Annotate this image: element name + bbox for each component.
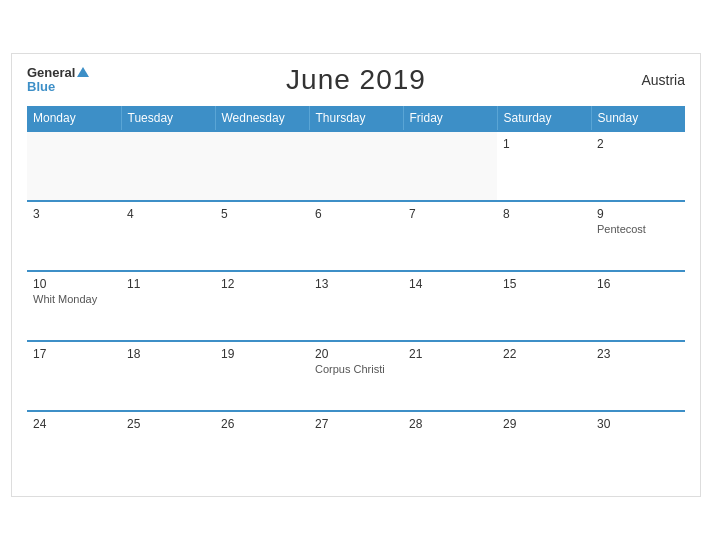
logo: General Blue (27, 66, 89, 95)
day-cell: 15 (497, 271, 591, 341)
day-cell: 29 (497, 411, 591, 481)
day-cell: 4 (121, 201, 215, 271)
day-cell: 27 (309, 411, 403, 481)
day-cell: 22 (497, 341, 591, 411)
calendar-title: June 2019 (286, 64, 426, 96)
day-cell (27, 131, 121, 201)
day-number: 26 (221, 417, 303, 431)
day-number: 25 (127, 417, 209, 431)
day-number: 9 (597, 207, 679, 221)
day-cell: 16 (591, 271, 685, 341)
header-saturday: Saturday (497, 106, 591, 131)
day-cell: 5 (215, 201, 309, 271)
weekday-header-row: Monday Tuesday Wednesday Thursday Friday… (27, 106, 685, 131)
day-cell: 14 (403, 271, 497, 341)
day-number: 23 (597, 347, 679, 361)
day-number: 8 (503, 207, 585, 221)
day-cell: 10Whit Monday (27, 271, 121, 341)
header-sunday: Sunday (591, 106, 685, 131)
day-number: 16 (597, 277, 679, 291)
day-number: 7 (409, 207, 491, 221)
header-monday: Monday (27, 106, 121, 131)
day-cell: 18 (121, 341, 215, 411)
calendar-container: General Blue June 2019 Austria Monday Tu… (11, 53, 701, 497)
week-row-5: 24252627282930 (27, 411, 685, 481)
day-number: 1 (503, 137, 585, 151)
header-friday: Friday (403, 106, 497, 131)
day-cell (121, 131, 215, 201)
calendar-header: General Blue June 2019 Austria (27, 64, 685, 96)
header-wednesday: Wednesday (215, 106, 309, 131)
day-cell: 12 (215, 271, 309, 341)
day-number: 28 (409, 417, 491, 431)
day-number: 22 (503, 347, 585, 361)
day-cell (215, 131, 309, 201)
day-cell: 25 (121, 411, 215, 481)
day-number: 19 (221, 347, 303, 361)
day-number: 14 (409, 277, 491, 291)
day-number: 5 (221, 207, 303, 221)
calendar-table: Monday Tuesday Wednesday Thursday Friday… (27, 106, 685, 481)
day-number: 21 (409, 347, 491, 361)
day-cell: 6 (309, 201, 403, 271)
day-cell: 23 (591, 341, 685, 411)
day-number: 6 (315, 207, 397, 221)
day-cell: 17 (27, 341, 121, 411)
day-number: 18 (127, 347, 209, 361)
holiday-name: Pentecost (597, 223, 679, 235)
day-number: 4 (127, 207, 209, 221)
day-cell: 28 (403, 411, 497, 481)
day-cell: 9Pentecost (591, 201, 685, 271)
logo-blue-text: Blue (27, 80, 89, 94)
week-row-2: 3456789Pentecost (27, 201, 685, 271)
day-cell: 20Corpus Christi (309, 341, 403, 411)
day-cell: 11 (121, 271, 215, 341)
day-number: 24 (33, 417, 115, 431)
day-number: 15 (503, 277, 585, 291)
header-thursday: Thursday (309, 106, 403, 131)
day-number: 13 (315, 277, 397, 291)
logo-triangle-icon (77, 67, 89, 77)
day-cell: 1 (497, 131, 591, 201)
day-cell: 13 (309, 271, 403, 341)
day-cell: 3 (27, 201, 121, 271)
holiday-name: Whit Monday (33, 293, 115, 305)
day-cell: 26 (215, 411, 309, 481)
day-cell: 8 (497, 201, 591, 271)
day-number: 20 (315, 347, 397, 361)
week-row-3: 10Whit Monday111213141516 (27, 271, 685, 341)
day-cell: 24 (27, 411, 121, 481)
day-number: 27 (315, 417, 397, 431)
day-number: 3 (33, 207, 115, 221)
day-cell: 19 (215, 341, 309, 411)
day-number: 10 (33, 277, 115, 291)
week-row-4: 17181920Corpus Christi212223 (27, 341, 685, 411)
day-cell (309, 131, 403, 201)
day-cell: 2 (591, 131, 685, 201)
day-cell (403, 131, 497, 201)
day-number: 17 (33, 347, 115, 361)
country-label: Austria (641, 72, 685, 88)
day-number: 29 (503, 417, 585, 431)
holiday-name: Corpus Christi (315, 363, 397, 375)
day-cell: 7 (403, 201, 497, 271)
day-number: 11 (127, 277, 209, 291)
week-row-1: 12 (27, 131, 685, 201)
day-number: 30 (597, 417, 679, 431)
day-number: 12 (221, 277, 303, 291)
logo-general-text: General (27, 66, 89, 80)
header-tuesday: Tuesday (121, 106, 215, 131)
day-number: 2 (597, 137, 679, 151)
day-cell: 21 (403, 341, 497, 411)
day-cell: 30 (591, 411, 685, 481)
